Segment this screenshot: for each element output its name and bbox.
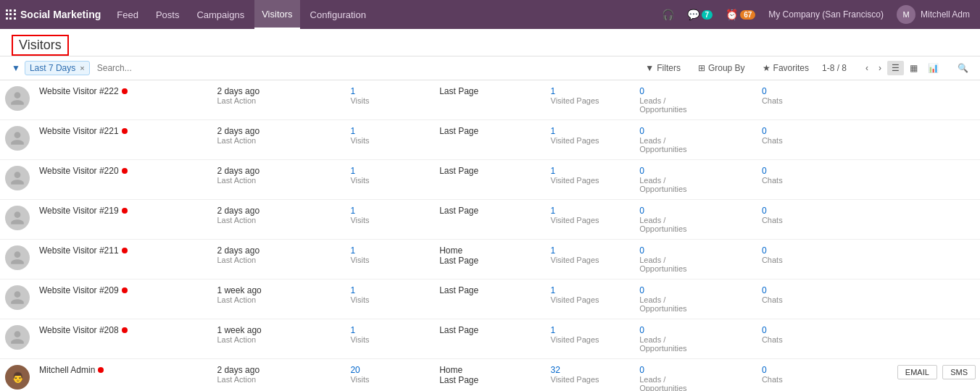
support-icon-btn[interactable]: 🎧 (657, 0, 678, 29)
table-row[interactable]: Website Visitor #220 2 days ago Last Act… (0, 160, 980, 200)
nav-configuration[interactable]: Configuration (303, 0, 373, 29)
visitor-name-text: Website Visitor #209 (39, 285, 119, 295)
chat-btn[interactable]: 💬 7 (683, 0, 718, 29)
chats-count[interactable]: 0 (762, 86, 842, 96)
visited-pages-count[interactable]: 1 (551, 86, 631, 96)
visits-count[interactable]: 1 (350, 325, 431, 335)
visitor-avatar: 👨 (5, 365, 30, 390)
visits-count[interactable]: 1 (350, 86, 431, 96)
nav-posts[interactable]: Posts (149, 0, 187, 29)
last-page-cell: Last Page (435, 279, 546, 319)
table-row[interactable]: Website Visitor #219 2 days ago Last Act… (0, 200, 980, 240)
table-row[interactable]: Website Visitor #221 2 days ago Last Act… (0, 120, 980, 160)
visits-count[interactable]: 1 (350, 166, 431, 176)
visited-pages-count[interactable]: 1 (551, 166, 631, 176)
chats-label: Chats (762, 96, 842, 105)
last-action-time: 1 week ago (217, 285, 341, 295)
chats-count[interactable]: 0 (762, 365, 842, 375)
visited-pages-count[interactable]: 1 (551, 325, 631, 335)
chats-count[interactable]: 0 (762, 285, 842, 295)
filters-btn[interactable]: ▼ Filters (641, 61, 685, 75)
visited-pages-count[interactable]: 1 (551, 206, 631, 216)
table-row[interactable]: Website Visitor #211 2 days ago Last Act… (0, 240, 980, 279)
visitor-name[interactable]: Website Visitor #221 (39, 126, 208, 136)
company-name: My Company (San Francisco) (768, 9, 884, 20)
leads-count[interactable]: 0 (639, 365, 753, 375)
group-by-btn[interactable]: ⊞ Group By (694, 61, 749, 75)
visited-pages-count[interactable]: 1 (551, 245, 631, 256)
leads-cell: 0 Leads /Opportunities (635, 200, 757, 240)
table-row[interactable]: 👨 Mitchell Admin 2 days ago Last Action … (0, 359, 980, 392)
chats-cell: 0 Chats (757, 200, 847, 240)
table-row[interactable]: Website Visitor #208 1 week ago Last Act… (0, 319, 980, 359)
visited-pages-count[interactable]: 1 (551, 126, 631, 136)
list-view-btn[interactable]: ☰ (887, 61, 904, 75)
visitor-name[interactable]: Mitchell Admin (39, 365, 208, 375)
navbar: Social Marketing Feed Posts Campaigns Vi… (0, 0, 980, 29)
nav-visitors[interactable]: Visitors (254, 0, 299, 29)
visits-count[interactable]: 1 (350, 126, 431, 136)
visited-pages-count[interactable]: 1 (551, 285, 631, 295)
last-page-cell: HomeLast Page (435, 359, 546, 392)
last-action-label: Last Action (217, 375, 341, 384)
chats-label: Chats (762, 216, 842, 224)
action-buttons-cell (847, 80, 980, 120)
chart-view-btn[interactable]: 📊 (923, 61, 943, 75)
table-row[interactable]: Website Visitor #209 1 week ago Last Act… (0, 279, 980, 319)
visits-count[interactable]: 1 (350, 206, 431, 216)
visited-pages-count[interactable]: 32 (551, 365, 631, 375)
sms-btn[interactable]: SMS (942, 365, 976, 379)
action-buttons-cell (847, 120, 980, 160)
chats-count[interactable]: 0 (762, 126, 842, 136)
visitor-name[interactable]: Website Visitor #222 (39, 86, 208, 96)
filter-remove-btn[interactable]: × (80, 64, 84, 72)
chats-count[interactable]: 0 (762, 325, 842, 335)
kanban-view-btn[interactable]: ▦ (905, 61, 922, 75)
action-buttons-cell (847, 240, 980, 279)
group-by-icon: ⊞ (698, 63, 705, 73)
visits-count[interactable]: 1 (350, 245, 431, 256)
last-action-time: 2 days ago (217, 206, 341, 216)
leads-count[interactable]: 0 (639, 166, 753, 176)
chats-count[interactable]: 0 (762, 245, 842, 256)
visitor-name[interactable]: Website Visitor #209 (39, 285, 208, 295)
search-icon[interactable]: 🔍 (958, 63, 968, 73)
nav-campaigns[interactable]: Campaigns (189, 0, 252, 29)
leads-count[interactable]: 0 (639, 285, 753, 295)
visitor-name[interactable]: Website Visitor #220 (39, 166, 208, 176)
leads-count[interactable]: 0 (639, 245, 753, 256)
user-btn[interactable]: M Mitchell Adm (892, 0, 974, 29)
visitor-name[interactable]: Website Visitor #211 (39, 245, 208, 256)
table-row[interactable]: Website Visitor #222 2 days ago Last Act… (0, 80, 980, 120)
name-cell: Website Visitor #222 (35, 80, 212, 120)
activity-btn[interactable]: ⏰ 67 (721, 0, 760, 29)
chats-cell: 0 Chats (757, 279, 847, 319)
chats-count[interactable]: 0 (762, 166, 842, 176)
leads-count[interactable]: 0 (639, 325, 753, 335)
visits-count[interactable]: 1 (350, 285, 431, 295)
email-btn[interactable]: EMAIL (897, 365, 937, 379)
visited-pages-cell: 1 Visited Pages (547, 279, 636, 319)
leads-count[interactable]: 0 (639, 86, 753, 96)
company-btn[interactable]: My Company (San Francisco) (764, 0, 888, 29)
filter-tag-last7days[interactable]: Last 7 Days × (25, 61, 90, 75)
filter-bar: ▼ Last 7 Days × ▼ Filters ⊞ Group By ★ F… (0, 56, 980, 80)
last-action-cell: 2 days ago Last Action (212, 160, 346, 200)
next-page-btn[interactable]: › (874, 61, 886, 75)
nav-feed[interactable]: Feed (109, 0, 146, 29)
action-buttons-cell (847, 319, 980, 359)
visits-count[interactable]: 20 (350, 365, 431, 375)
favorites-btn[interactable]: ★ Favorites (758, 61, 813, 75)
last-page-text: Last Page (439, 126, 541, 136)
last-action-time: 2 days ago (217, 166, 341, 176)
avatar-cell: 👨 (0, 359, 35, 392)
visitor-name[interactable]: Website Visitor #208 (39, 325, 208, 335)
leads-count[interactable]: 0 (639, 206, 753, 216)
leads-count[interactable]: 0 (639, 126, 753, 136)
visitor-name[interactable]: Website Visitor #219 (39, 206, 208, 216)
chats-label: Chats (762, 136, 842, 145)
chats-count[interactable]: 0 (762, 206, 842, 216)
search-input[interactable] (94, 62, 637, 75)
action-buttons-cell (847, 200, 980, 240)
prev-page-btn[interactable]: ‹ (861, 61, 873, 75)
